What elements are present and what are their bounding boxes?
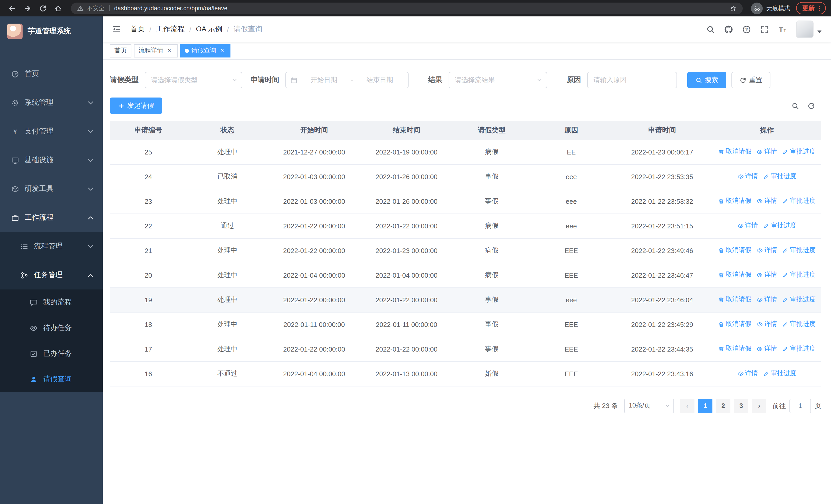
- security-label: 不安全: [87, 4, 105, 12]
- action-cancel[interactable]: 取消请假: [718, 197, 751, 206]
- goto-page-input[interactable]: [790, 398, 811, 413]
- breadcrumb-item-1[interactable]: 工作流程: [156, 25, 185, 34]
- reason-input[interactable]: 请输入原因: [587, 72, 677, 88]
- next-page-button[interactable]: ›: [752, 398, 766, 413]
- action-progress[interactable]: 审批进度: [782, 271, 815, 279]
- action-cancel[interactable]: 取消请假: [718, 345, 751, 353]
- sidebar-item-my-process[interactable]: 我的流程: [0, 290, 103, 315]
- tab-0[interactable]: 首页: [110, 44, 132, 57]
- yen-icon: ¥: [11, 127, 19, 135]
- bookmark-star-icon[interactable]: [730, 5, 737, 11]
- cell-type: 病假: [453, 238, 531, 263]
- apply-time-range-picker[interactable]: 开始日期 - 结束日期: [285, 72, 408, 88]
- action-detail[interactable]: 详情: [756, 148, 777, 156]
- address-bar[interactable]: 不安全 dashboard.yudao.iocoder.cn/bpm/oa/le…: [71, 2, 743, 14]
- back-icon[interactable]: [5, 2, 19, 15]
- browser-update-button[interactable]: 更新: [796, 2, 826, 14]
- forward-icon[interactable]: [21, 2, 34, 15]
- action-progress[interactable]: 审批进度: [763, 369, 796, 378]
- action-detail[interactable]: 详情: [756, 271, 777, 279]
- browser-menu-kebab-icon[interactable]: [816, 5, 823, 11]
- edit-icon: [763, 370, 769, 377]
- sidebar-item-devtools[interactable]: 研发工具: [0, 175, 103, 203]
- cell-actions: 取消请假详情审批进度: [712, 312, 821, 337]
- github-icon[interactable]: [724, 25, 733, 34]
- action-detail[interactable]: 详情: [756, 197, 777, 206]
- result-select[interactable]: 请选择流结果: [449, 72, 547, 88]
- cell-actions: 取消请假详情审批进度: [712, 288, 821, 312]
- action-progress[interactable]: 审批进度: [763, 172, 796, 181]
- home-icon[interactable]: [51, 2, 65, 15]
- action-progress[interactable]: 审批进度: [782, 295, 815, 304]
- sidebar-item-process-mgmt[interactable]: 流程管理: [0, 232, 103, 261]
- page-button-2[interactable]: 2: [716, 398, 730, 413]
- incognito-icon: [751, 2, 763, 14]
- tab-2[interactable]: 请假查询×: [180, 44, 230, 57]
- cell-type: 病假: [453, 213, 531, 238]
- action-detail[interactable]: 详情: [756, 295, 777, 304]
- sidebar-item-infra[interactable]: 基础设施: [0, 146, 103, 175]
- check-icon: [30, 350, 37, 357]
- leave-type-select[interactable]: 请选择请假类型: [145, 72, 242, 88]
- create-leave-button[interactable]: 发起请假: [110, 97, 162, 114]
- fullscreen-icon[interactable]: [760, 25, 769, 34]
- sidebar-item-leave-query[interactable]: 请假查询: [0, 366, 103, 392]
- sidebar-item-todo-task[interactable]: 待办任务: [0, 315, 103, 341]
- action-detail[interactable]: 详情: [737, 221, 758, 230]
- page-size-select[interactable]: 10条/页: [624, 398, 674, 413]
- tab-close-icon[interactable]: ×: [219, 47, 226, 54]
- sidebar-logo[interactable]: 芋道管理系统: [0, 17, 103, 46]
- help-icon[interactable]: ?: [742, 25, 751, 34]
- eye-icon: [737, 223, 744, 229]
- sidebar-item-done-task[interactable]: 已办任务: [0, 341, 103, 366]
- sidebar-item-task-mgmt[interactable]: 任务管理: [0, 261, 103, 290]
- page-button-3[interactable]: 3: [734, 398, 748, 413]
- action-detail[interactable]: 详情: [737, 172, 758, 181]
- action-progress[interactable]: 审批进度: [782, 197, 815, 206]
- cell-status: 通过: [187, 213, 268, 238]
- search-button[interactable]: 搜索: [687, 72, 726, 88]
- cell-actions: 取消请假详情审批进度: [712, 189, 821, 213]
- sidebar-collapse-icon[interactable]: [103, 17, 131, 42]
- action-progress[interactable]: 审批进度: [782, 246, 815, 255]
- cell-id: 16: [110, 361, 187, 386]
- action-progress[interactable]: 审批进度: [782, 148, 815, 156]
- action-cancel[interactable]: 取消请假: [718, 246, 751, 255]
- refresh-table-icon[interactable]: [807, 102, 815, 110]
- sidebar-item-payment[interactable]: ¥支付管理: [0, 117, 103, 146]
- action-detail[interactable]: 详情: [737, 369, 758, 378]
- font-size-icon[interactable]: TT: [778, 25, 787, 34]
- breadcrumb-item-0[interactable]: 首页: [131, 25, 145, 34]
- cell-end: 2022-01-22 00:00:00: [360, 288, 453, 312]
- page-button-1[interactable]: 1: [698, 398, 712, 413]
- action-detail[interactable]: 详情: [756, 246, 777, 255]
- cell-apply_time: 2022-01-22 23:46:04: [612, 288, 712, 312]
- chevron-down-icon: [87, 156, 94, 164]
- cell-status: 已取消: [187, 164, 268, 189]
- action-cancel[interactable]: 取消请假: [718, 320, 751, 329]
- trash-icon: [718, 297, 724, 303]
- reset-button[interactable]: 重置: [732, 72, 770, 88]
- action-detail[interactable]: 详情: [756, 320, 777, 329]
- action-detail[interactable]: 详情: [756, 345, 777, 353]
- action-cancel[interactable]: 取消请假: [718, 148, 751, 156]
- cell-id: 24: [110, 164, 187, 189]
- reload-icon[interactable]: [36, 2, 49, 15]
- action-cancel[interactable]: 取消请假: [718, 271, 751, 279]
- action-progress[interactable]: 审批进度: [782, 345, 815, 353]
- cell-reason: EE: [531, 140, 612, 164]
- tab-1[interactable]: 流程详情×: [134, 44, 178, 57]
- sidebar-item-home[interactable]: 首页: [0, 60, 103, 88]
- user-menu[interactable]: [796, 21, 824, 38]
- tab-close-icon[interactable]: ×: [166, 47, 173, 54]
- breadcrumb-item-2[interactable]: OA 示例: [196, 25, 223, 34]
- sidebar-item-system[interactable]: 系统管理: [0, 88, 103, 117]
- prev-page-button[interactable]: ‹: [680, 398, 694, 413]
- search-icon[interactable]: [706, 25, 715, 34]
- sidebar-item-workflow[interactable]: 工作流程: [0, 203, 103, 232]
- security-warning-icon[interactable]: [77, 5, 84, 11]
- action-progress[interactable]: 审批进度: [782, 320, 815, 329]
- action-progress[interactable]: 审批进度: [763, 221, 796, 230]
- toggle-search-icon[interactable]: [792, 102, 799, 110]
- action-cancel[interactable]: 取消请假: [718, 295, 751, 304]
